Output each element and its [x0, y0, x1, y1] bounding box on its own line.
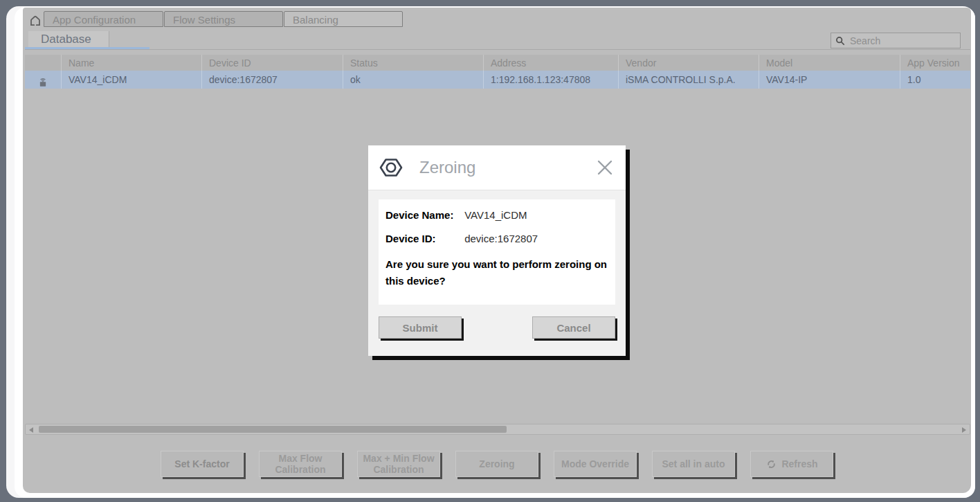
set-k-factor-label: Set K-factor — [174, 458, 229, 469]
scroll-right-arrow[interactable] — [962, 427, 966, 433]
device-id-label: Device ID: — [385, 233, 462, 244]
tab-database[interactable]: Database — [28, 31, 109, 47]
device-id-row: Device ID: device:1672807 — [385, 233, 608, 244]
dialog-header: Zeroing — [368, 145, 626, 190]
home-icon[interactable] — [28, 14, 42, 28]
mode-override-button[interactable]: Mode Override — [554, 451, 637, 477]
column-header-name[interactable]: Name — [61, 55, 201, 71]
max-min-flow-calibration-button[interactable]: Max + Min Flow Calibration — [357, 451, 440, 477]
dialog-content: Device Name: VAV14_iCDM Device ID: devic… — [379, 199, 615, 305]
refresh-label: Refresh — [781, 458, 817, 469]
set-k-factor-button[interactable]: Set K-factor — [161, 451, 244, 477]
nut-icon — [378, 156, 404, 179]
confirmation-question: Are you sure you want to perform zeroing… — [385, 256, 608, 289]
column-header-app-version[interactable]: App Version — [900, 55, 970, 71]
max-flow-calibration-label: Max Flow Calibration — [260, 453, 341, 475]
refresh-button[interactable]: Refresh — [750, 451, 833, 477]
dialog-title: Zeroing — [419, 158, 475, 177]
subtab-divider — [25, 49, 970, 50]
device-icon — [37, 75, 49, 88]
device-name-value: VAV14_iCDM — [464, 209, 527, 221]
device-icon-cell — [25, 71, 61, 89]
column-header-vendor[interactable]: Vendor — [618, 55, 759, 71]
column-header-address[interactable]: Address — [483, 55, 618, 71]
app-window: App Configuration Flow Settings Balancin… — [23, 8, 971, 493]
cell-address: 1:192.168.1.123:47808 — [483, 71, 618, 89]
cell-status: ok — [343, 71, 483, 89]
search-input[interactable] — [849, 35, 956, 47]
device-name-label: Device Name: — [385, 209, 462, 221]
device-name-row: Device Name: VAV14_iCDM — [385, 209, 608, 221]
zeroing-label: Zeroing — [479, 458, 514, 469]
column-header-device-id[interactable]: Device ID — [201, 55, 343, 71]
tab-app-configuration[interactable]: App Configuration — [44, 11, 163, 27]
close-icon[interactable] — [595, 158, 615, 177]
horizontal-scrollbar[interactable] — [25, 424, 970, 435]
cancel-button[interactable]: Cancel — [532, 316, 615, 339]
device-id-value: device:1672807 — [464, 233, 538, 244]
set-all-in-auto-button[interactable]: Set all in auto — [652, 451, 735, 477]
cell-vendor: iSMA CONTROLLI S.p.A. — [618, 71, 759, 89]
column-header-model[interactable]: Model — [759, 55, 900, 71]
submit-button[interactable]: Submit — [379, 316, 462, 339]
cell-model: VAV14-IP — [759, 71, 900, 89]
cell-name: VAV14_iCDM — [61, 71, 201, 89]
tab-balancing[interactable]: Balancing — [284, 11, 403, 27]
zeroing-button[interactable]: Zeroing — [455, 451, 538, 477]
icon-column-header — [25, 55, 61, 71]
scroll-left-arrow[interactable] — [29, 427, 33, 433]
mode-override-label: Mode Override — [561, 458, 629, 469]
tab-flow-settings[interactable]: Flow Settings — [164, 11, 283, 27]
cell-app-version: 1.0 — [900, 71, 970, 89]
zeroing-dialog: Zeroing Device Name: VAV14_iCDM Device I… — [368, 145, 626, 356]
search-box[interactable] — [831, 33, 961, 48]
cell-device-id: device:1672807 — [201, 71, 343, 89]
scrollbar-thumb[interactable] — [39, 426, 507, 433]
set-all-in-auto-label: Set all in auto — [662, 458, 725, 469]
max-min-flow-calibration-label: Max + Min Flow Calibration — [358, 453, 439, 475]
search-icon — [835, 36, 845, 46]
column-header-status[interactable]: Status — [343, 55, 483, 71]
max-flow-calibration-button[interactable]: Max Flow Calibration — [259, 451, 342, 477]
refresh-icon — [765, 458, 777, 470]
table-header: Name Device ID Status Address Vendor Mod… — [25, 55, 970, 71]
table-row[interactable]: VAV14_iCDM device:1672807 ok 1:192.168.1… — [25, 71, 970, 89]
